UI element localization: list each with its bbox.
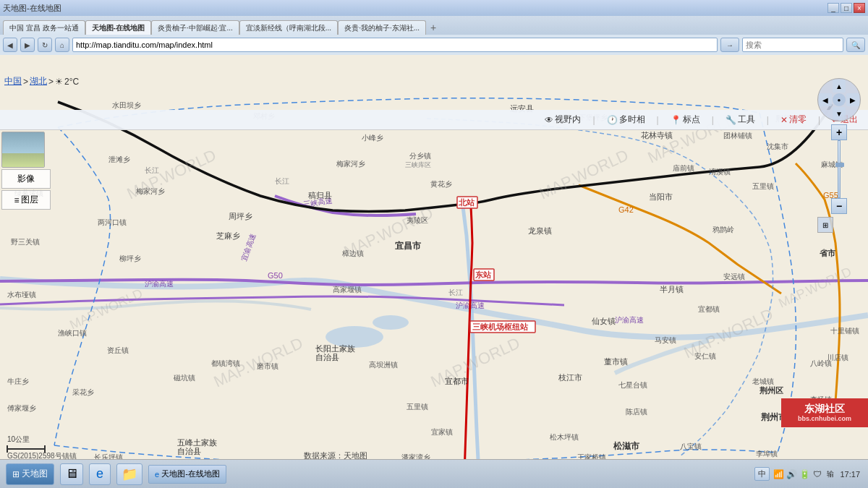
tab-zyw[interactable]: 中国 宜昌 政务一站通 [3, 20, 85, 35]
maximize-button[interactable]: □ [841, 3, 852, 13]
back-button[interactable]: ◀ [3, 38, 17, 52]
layers-label[interactable]: ≡ 图层 [1, 190, 51, 210]
map-container[interactable]: G50 G42 G55 三峡高速 沪渝高速 沪渝高速 沪渝高速 宜渝高速 [0, 55, 868, 459]
nav-controls: ▲ ◀ ● ▶ ▼ + − ⊞ [817, 78, 861, 233]
folder-button[interactable]: 📁 [116, 463, 142, 485]
clock-tray[interactable]: 17:17 [838, 470, 862, 479]
svg-text:川店镇: 川店镇 [827, 354, 848, 361]
svg-text:安远镇: 安远镇 [723, 273, 745, 281]
windows-icon: ⊞ [12, 469, 20, 479]
forward-button[interactable]: ▶ [20, 38, 35, 52]
full-extent-button[interactable]: ⊞ [817, 217, 833, 233]
toolbar-sep2: | [657, 115, 659, 125]
zoom-controls: + − [817, 124, 861, 214]
close-button[interactable]: × [854, 3, 865, 13]
show-desktop-button[interactable]: 🖥 [60, 463, 83, 485]
svg-text:高坝洲镇: 高坝洲镇 [369, 361, 398, 369]
address-input[interactable] [72, 38, 718, 52]
svg-text:分乡镇: 分乡镇 [409, 152, 431, 160]
svg-text:陈店镇: 陈店镇 [626, 408, 647, 416]
zoom-out-button[interactable]: − [831, 198, 847, 214]
svg-text:渔峡口镇: 渔峡口镇 [58, 329, 87, 337]
logo-text: 东湖社区 [798, 403, 851, 415]
svg-text:长乐坪镇: 长乐坪镇 [94, 453, 123, 459]
minimize-button[interactable]: _ [827, 3, 839, 13]
refresh-button[interactable]: ↻ [38, 38, 52, 52]
address-bar: ◀ ▶ ↻ ⌂ → 🔍 [0, 35, 868, 55]
svg-text:G42: G42 [618, 205, 634, 214]
search-input[interactable] [742, 38, 843, 52]
image-label[interactable]: 影像 [1, 169, 51, 189]
svg-text:老城镇: 老城镇 [752, 377, 774, 385]
ime-icon[interactable]: 输 [825, 468, 836, 480]
toolbar-view-area[interactable]: 👁 视野内 [542, 112, 584, 127]
svg-text:泄滩乡: 泄滩乡 [109, 155, 130, 163]
svg-text:枝江市: 枝江市 [558, 373, 582, 382]
toolbar-marker[interactable]: 📍 标点 [668, 112, 703, 127]
breadcrumb-sep2: > [48, 77, 54, 87]
svg-text:董市镇: 董市镇 [604, 357, 628, 366]
svg-text:仙女镇: 仙女镇 [592, 317, 616, 325]
map-toolbar: 👁 视野内 | 🕐 多时相 | 📍 标点 | 🔧 工具 | ✕ 清零 [0, 110, 868, 130]
svg-text:水田坝乡: 水田坝乡 [112, 101, 141, 109]
svg-text:省市: 省市 [820, 249, 836, 257]
map-thumbnail [1, 132, 45, 168]
svg-text:磨市镇: 磨市镇 [257, 362, 278, 370]
svg-text:半月镇: 半月镇 [660, 285, 684, 294]
svg-text:王家桥镇: 王家桥镇 [577, 453, 606, 459]
toolbar-sep4: | [767, 115, 769, 125]
pan-west[interactable]: ◀ [819, 93, 832, 106]
breadcrumb-china[interactable]: 中国 [4, 75, 22, 87]
svg-text:梅家河乡: 梅家河乡 [135, 187, 165, 195]
svg-text:芝麻乡: 芝麻乡 [216, 231, 240, 240]
direction-pad[interactable]: ▲ ◀ ● ▶ ▼ [817, 78, 861, 121]
home-button[interactable]: ⌂ [55, 38, 69, 52]
pan-east[interactable]: ▶ [846, 93, 859, 106]
taskbar-tianditu[interactable]: e 天地图-在线地图 [148, 465, 226, 484]
svg-text:淯溪镇: 淯溪镇 [709, 168, 731, 176]
go-button[interactable]: → [720, 38, 739, 52]
toolbar-multitime[interactable]: 🕐 多时相 [604, 112, 648, 127]
toolbar-tools[interactable]: 🔧 工具 [723, 112, 758, 127]
svg-text:梅家河乡: 梅家河乡 [336, 160, 365, 168]
center-button[interactable]: ● [833, 93, 846, 106]
zoom-in-button[interactable]: + [831, 124, 847, 140]
volume-icon[interactable]: 🔊 [786, 468, 797, 480]
svg-text:龙泉镇: 龙泉镇 [528, 226, 552, 235]
svg-text:李埠镇: 李埠镇 [756, 450, 778, 458]
svg-text:三峡机场枢纽站: 三峡机场枢纽站 [472, 322, 529, 331]
svg-text:柳坪乡: 柳坪乡 [119, 254, 141, 262]
zoom-slider[interactable] [838, 140, 841, 198]
svg-text:都镇湾镇: 都镇湾镇 [211, 359, 240, 367]
ie-icon: e [155, 470, 159, 479]
svg-text:采花乡: 采花乡 [72, 388, 94, 396]
toolbar-clear[interactable]: ✕ 清零 [778, 112, 809, 127]
tab-huhnan[interactable]: 宜淡新经线（呼南湖北段... [239, 20, 338, 35]
security-icon[interactable]: 🛡 [812, 468, 823, 480]
tab-youzi[interactable]: 炎贵柚子·中部崛起·宜... [151, 20, 239, 35]
ie-button[interactable]: e [89, 463, 111, 485]
svg-text:宜昌市: 宜昌市 [395, 241, 422, 251]
search-go-button[interactable]: 🔍 [846, 38, 865, 52]
svg-text:磁坑镇: 磁坑镇 [173, 374, 195, 382]
tab-donghu[interactable]: 炎贵·我的柚子·东湖社... [338, 20, 426, 35]
svg-text:花林寺镇: 花林寺镇 [641, 131, 673, 140]
svg-text:GS(2015)2598号镇镇: GS(2015)2598号镇镇 [7, 452, 77, 459]
svg-text:沈集市: 沈集市 [767, 142, 788, 150]
pan-north[interactable]: ▲ [833, 80, 846, 93]
donghu-logo[interactable]: 东湖社区 bbs.cnhubei.com [781, 398, 868, 427]
svg-text:宜都市: 宜都市 [445, 377, 469, 385]
network-icon[interactable]: 📶 [773, 468, 784, 480]
svg-text:团林铺镇: 团林铺镇 [723, 132, 752, 140]
window-title: 天地图-在线地图 [3, 3, 827, 14]
start-button[interactable]: ⊞ 天地图 [6, 463, 54, 485]
breadcrumb-hubei[interactable]: 湖北 [30, 75, 47, 87]
pan-south[interactable]: ▼ [833, 107, 846, 120]
tray-icons: 📶 🔊 🔋 🛡 输 17:17 [773, 468, 862, 480]
new-tab-button[interactable]: + [426, 20, 441, 35]
language-indicator[interactable]: 中 [754, 467, 770, 481]
svg-text:数据来源：天地图: 数据来源：天地图 [304, 451, 367, 459]
battery-icon[interactable]: 🔋 [799, 468, 810, 480]
toolbar-sep1: | [592, 115, 595, 125]
tab-tianditu[interactable]: 天地图-在线地图 [85, 20, 151, 35]
